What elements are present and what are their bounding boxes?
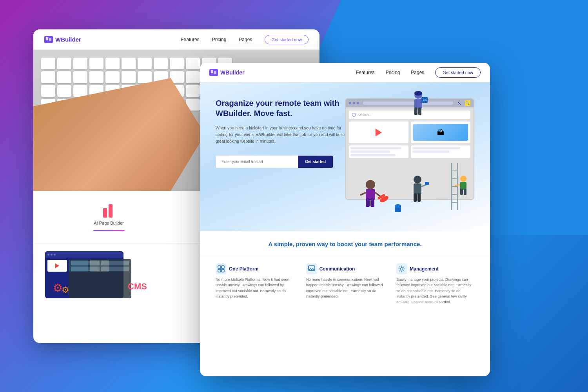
cms-row-2	[101, 261, 129, 265]
search-text: Search...	[358, 113, 372, 117]
svg-rect-33	[414, 193, 417, 202]
text-line-4	[412, 147, 460, 149]
feature-comm-title: Communication	[306, 263, 384, 274]
svg-point-23	[366, 180, 375, 189]
email-cta-button[interactable]: Get started	[298, 156, 333, 168]
nav-features-back[interactable]: Features	[181, 37, 199, 42]
svg-rect-1	[49, 38, 51, 41]
cms-browser-bar	[45, 251, 123, 258]
feature-communication: Communication No more hassle in communic…	[300, 257, 390, 311]
ai-builder-icon	[103, 203, 115, 218]
browser-dot-2	[353, 102, 355, 104]
feature-bar-ai	[93, 230, 125, 231]
svg-point-39	[395, 204, 401, 207]
logo-icon-front	[209, 69, 218, 76]
svg-rect-40	[218, 266, 221, 269]
bar2-icon	[109, 204, 113, 218]
browser-dot-3	[54, 254, 56, 256]
hero-desc-front: When you need a kickstart in your busine…	[216, 125, 349, 144]
section-heading-text: A simple, proven way to boost your team …	[268, 241, 421, 247]
feature-platform: One Platform No more Mulitple Platforms.…	[209, 257, 300, 311]
browser-text-card	[349, 145, 408, 158]
mgmt-desc: Easily manage your projects. Drawings ca…	[396, 277, 474, 305]
feature-ai-builder: AI Page Builder	[45, 203, 172, 231]
email-form: Get started	[216, 155, 333, 168]
communication-icon	[306, 263, 317, 274]
svg-rect-32	[414, 183, 421, 194]
management-icon	[396, 263, 407, 274]
svg-rect-2	[211, 70, 213, 73]
logo-icon-back	[44, 36, 53, 43]
gear-orange-icon: ⚙	[62, 285, 69, 295]
cta-button-front[interactable]: Get started now	[435, 67, 481, 78]
section-heading: A simple, proven way to boost your team …	[200, 231, 490, 257]
svg-line-27	[360, 192, 366, 195]
svg-rect-42	[218, 269, 221, 272]
logo-text-back: WBuilder	[55, 36, 81, 43]
svg-rect-38	[396, 207, 400, 208]
svg-rect-8	[418, 107, 421, 115]
cms-overlay-box	[69, 259, 131, 298]
cms-illustration: ⚙ ⚙ CMS	[45, 251, 147, 322]
cms-label: CMS	[128, 281, 147, 292]
nav-front: WBuilder Features Pricing Pages Get star…	[200, 63, 490, 82]
nav-pricing-back[interactable]: Pricing	[212, 37, 227, 42]
paint-bucket-illustration	[394, 203, 402, 214]
window-front: WBuilder Features Pricing Pages Get star…	[200, 63, 490, 376]
logo-text-front: WBuilder	[220, 69, 244, 76]
browser-video-card	[349, 122, 408, 143]
logo-back: WBuilder	[44, 36, 81, 43]
feature-mgmt-title: Management	[396, 263, 474, 274]
browser-dot-3	[357, 102, 359, 104]
cta-button-back[interactable]: Get started now	[265, 35, 309, 44]
platform-icon	[216, 263, 227, 274]
comm-desc: No more hassle in communication. New had…	[306, 277, 384, 299]
svg-rect-24	[366, 189, 375, 200]
svg-rect-3	[214, 71, 216, 74]
svg-point-45	[401, 268, 403, 270]
person-dark-illustration	[408, 175, 427, 214]
cms-row-3	[71, 267, 100, 271]
svg-point-31	[414, 176, 421, 183]
platform-title-text: One Platform	[229, 266, 258, 272]
svg-rect-36	[425, 182, 429, 185]
svg-rect-7	[414, 107, 417, 115]
browser-image-card	[411, 122, 470, 143]
person-sitting-illustration: </>	[408, 90, 429, 121]
nav-pages-back[interactable]: Pages	[239, 37, 252, 42]
feature-platform-title: One Platform	[216, 263, 294, 274]
email-input[interactable]	[216, 156, 298, 168]
text-line-3	[350, 154, 396, 156]
text-line-5	[412, 151, 449, 153]
browser-dot-1	[47, 254, 49, 256]
text-line-2	[350, 151, 390, 153]
svg-rect-6	[414, 99, 422, 109]
hero-title-front: Oraganize your remote team with WBuilder…	[216, 98, 349, 118]
svg-rect-25	[366, 198, 370, 207]
svg-rect-0	[46, 37, 48, 40]
person-ladder-illustration	[448, 159, 471, 212]
nav-pricing-front[interactable]: Pricing	[386, 70, 400, 75]
search-badge: 🔍	[465, 100, 470, 106]
svg-rect-26	[370, 198, 374, 207]
front-hero-section: Oraganize your remote team with WBuilder…	[200, 82, 490, 231]
hero-illustration: ⚙ ⚙ ↖ 🔍 Search...	[357, 98, 474, 216]
hero-left: Oraganize your remote team with WBuilder…	[216, 98, 349, 168]
nav-pages-front[interactable]: Pages	[411, 70, 424, 75]
svg-text:</>: </>	[423, 98, 427, 102]
feature-management: Management Easily manage your projects. …	[390, 257, 481, 311]
svg-rect-21	[464, 189, 466, 195]
svg-rect-34	[417, 193, 421, 202]
logo-front: WBuilder	[209, 69, 244, 76]
browser-text-card-2	[411, 145, 470, 158]
play-icon	[376, 129, 382, 136]
text-line-1	[350, 147, 401, 149]
cms-overlay-content	[69, 259, 131, 273]
svg-line-22	[455, 185, 460, 186]
svg-point-5	[414, 91, 422, 96]
nav-features-front[interactable]: Features	[356, 70, 374, 75]
search-icon-sm	[352, 113, 356, 117]
cursor-icon: ↖	[457, 100, 462, 106]
svg-rect-41	[221, 266, 224, 269]
svg-point-18	[460, 176, 466, 182]
